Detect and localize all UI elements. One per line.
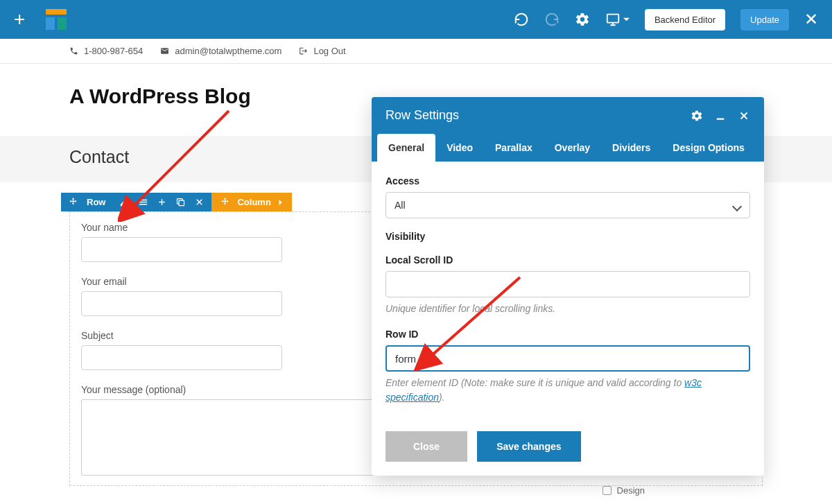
email-input[interactable]	[81, 291, 282, 316]
backend-editor-button[interactable]: Backend Editor	[645, 9, 725, 31]
column-label: Column	[237, 197, 270, 207]
move-icon[interactable]	[68, 197, 78, 207]
envelope-icon	[160, 46, 169, 55]
modal-title: Row Settings	[385, 108, 459, 123]
tab-dividers[interactable]: Dividers	[601, 134, 661, 162]
design-checkbox-remnant: Design	[603, 485, 645, 496]
localscroll-label: Local Scroll ID	[385, 254, 750, 266]
tab-design[interactable]: Design Options	[661, 134, 755, 162]
pencil-icon[interactable]	[119, 197, 130, 207]
svg-rect-0	[607, 15, 619, 23]
redo-icon[interactable]	[544, 12, 560, 27]
email-info: admin@totalwptheme.com	[160, 46, 281, 56]
row-bar[interactable]: Row	[61, 193, 211, 211]
tab-general[interactable]: General	[377, 134, 435, 162]
plus-row-icon[interactable]	[157, 197, 167, 207]
update-button[interactable]: Update	[740, 9, 789, 31]
viewport-icon[interactable]	[605, 12, 630, 27]
tab-video[interactable]: Video	[435, 134, 484, 162]
phone-info: 1-800-987-654	[69, 46, 143, 56]
rowid-hint: Enter element ID (Note: make sure it is …	[385, 376, 750, 405]
columns-icon[interactable]	[138, 197, 148, 207]
toolbar-left: +	[14, 8, 67, 31]
svg-rect-1	[179, 200, 184, 206]
visibility-label: Visibility	[385, 231, 750, 242]
rowid-input[interactable]	[385, 345, 750, 372]
rowid-label: Row ID	[385, 329, 750, 340]
save-changes-button[interactable]: Save changes	[477, 431, 580, 462]
chevron-right-icon	[278, 200, 284, 205]
tab-parallax[interactable]: Parallax	[484, 134, 544, 162]
row-settings-modal: Row Settings General Video Parallax Over…	[372, 97, 764, 476]
logout-link[interactable]: Log Out	[299, 46, 345, 56]
close-button[interactable]: Close	[385, 431, 467, 462]
checkbox-icon[interactable]	[603, 486, 612, 495]
settings-icon[interactable]	[575, 12, 590, 27]
modal-controls	[691, 110, 750, 122]
modal-header: Row Settings	[372, 97, 764, 134]
phone-icon	[69, 46, 78, 55]
move-col-icon[interactable]	[220, 197, 230, 207]
localscroll-hint: Unique identifier for local scrolling li…	[385, 302, 750, 316]
modal-tabs: General Video Parallax Overlay Dividers …	[372, 134, 764, 162]
clone-icon[interactable]	[175, 197, 186, 207]
column-bar[interactable]: Column	[211, 193, 291, 211]
gear-icon[interactable]	[691, 110, 703, 122]
modal-footer: Close Save changes	[372, 431, 764, 476]
top-toolbar: + Backend Editor Update ✕	[0, 0, 832, 39]
access-select[interactable]: All	[385, 192, 750, 218]
undo-icon[interactable]	[514, 12, 529, 27]
logout-icon	[299, 46, 308, 55]
subject-input[interactable]	[81, 345, 282, 370]
access-label: Access	[385, 175, 750, 186]
email-text: admin@totalwptheme.com	[175, 46, 281, 56]
minimize-icon[interactable]	[714, 110, 727, 122]
logout-text: Log Out	[313, 46, 345, 56]
delete-row-icon[interactable]	[194, 197, 205, 207]
phone-text: 1-800-987-654	[84, 46, 143, 56]
modal-body: Access All Visibility Local Scroll ID Un…	[372, 162, 764, 431]
info-bar: 1-800-987-654 admin@totalwptheme.com Log…	[0, 39, 832, 64]
row-label: Row	[87, 197, 105, 207]
toolbar-right: Backend Editor Update ✕	[514, 9, 818, 31]
templates-icon[interactable]	[46, 9, 67, 30]
localscroll-input[interactable]	[385, 271, 750, 297]
close-editor-icon[interactable]: ✕	[804, 10, 818, 29]
add-element-icon[interactable]: +	[14, 8, 25, 31]
row-toolbar: Row Column	[61, 193, 292, 211]
design-remnant-label: Design	[617, 485, 645, 496]
close-icon[interactable]	[738, 110, 750, 122]
name-input[interactable]	[81, 237, 282, 262]
tab-overlay[interactable]: Overlay	[544, 134, 601, 162]
